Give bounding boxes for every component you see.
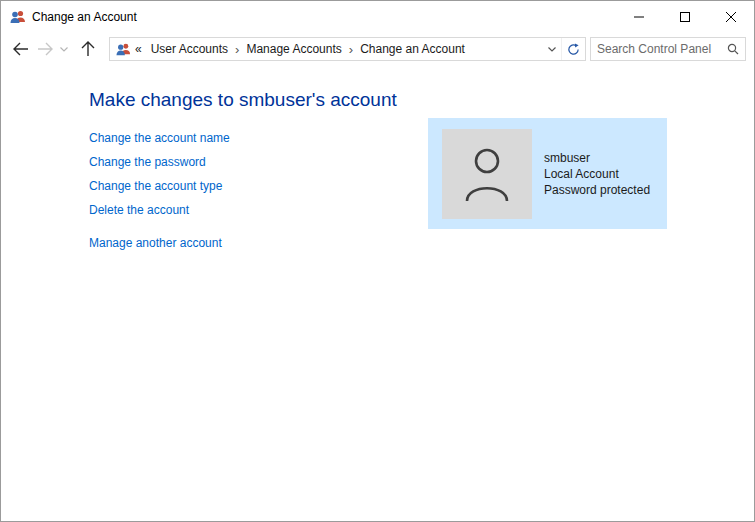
- breadcrumb-item-change-an-account[interactable]: Change an Account: [356, 39, 469, 59]
- title-bar: Change an Account: [1, 1, 754, 32]
- minimize-button[interactable]: [616, 1, 662, 32]
- search-box[interactable]: [590, 37, 746, 61]
- address-dropdown-icon[interactable]: [543, 38, 561, 60]
- navigation-bar: « User Accounts › Manage Accounts › Chan…: [1, 32, 754, 66]
- control-panel-breadcrumb-icon: [116, 42, 131, 57]
- task-link-change-password[interactable]: Change the password: [89, 155, 206, 169]
- address-bar[interactable]: « User Accounts › Manage Accounts › Chan…: [109, 37, 586, 61]
- breadcrumb-separator-icon: ›: [346, 42, 356, 57]
- breadcrumb-item-user-accounts[interactable]: User Accounts: [147, 39, 232, 59]
- manage-another-account-link[interactable]: Manage another account: [89, 236, 222, 250]
- recent-pages-dropdown-icon[interactable]: [57, 36, 71, 62]
- forward-button[interactable]: [33, 36, 57, 62]
- page-title: Make changes to smbuser's account: [89, 89, 754, 111]
- window-title: Change an Account: [32, 10, 616, 24]
- refresh-icon[interactable]: [561, 38, 585, 60]
- task-link-change-account-type[interactable]: Change the account type: [89, 179, 222, 193]
- breadcrumb-separator-icon: ›: [232, 42, 242, 57]
- user-account-type: Local Account: [544, 166, 650, 182]
- control-panel-window: { "window": { "title": "Change an Accoun…: [0, 0, 755, 522]
- up-button[interactable]: [75, 36, 101, 62]
- back-button[interactable]: [7, 36, 33, 62]
- search-input[interactable]: [597, 42, 727, 56]
- user-accounts-app-icon: [10, 9, 26, 25]
- breadcrumb-item-manage-accounts[interactable]: Manage Accounts: [242, 39, 345, 59]
- task-link-delete-account[interactable]: Delete the account: [89, 203, 189, 217]
- task-link-change-account-name[interactable]: Change the account name: [89, 131, 230, 145]
- user-password-status: Password protected: [544, 182, 650, 198]
- user-name: smbuser: [544, 150, 650, 166]
- user-info: smbuser Local Account Password protected: [544, 150, 650, 198]
- breadcrumb-overflow-chevrons[interactable]: «: [135, 42, 141, 56]
- person-silhouette-icon: [462, 144, 512, 204]
- user-avatar: [442, 129, 532, 219]
- user-account-tile[interactable]: smbuser Local Account Password protected: [428, 118, 667, 229]
- close-button[interactable]: [708, 1, 754, 32]
- search-icon[interactable]: [727, 43, 739, 55]
- maximize-button[interactable]: [662, 1, 708, 32]
